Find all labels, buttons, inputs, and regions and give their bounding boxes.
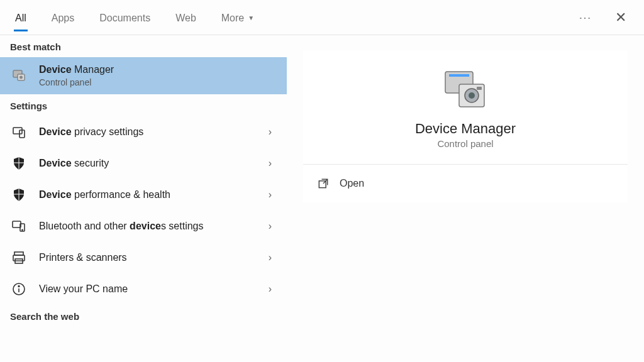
- tab-more[interactable]: More ▼: [220, 4, 255, 31]
- setting-label: View your PC name: [39, 283, 257, 296]
- chevron-right-icon: ›: [269, 221, 277, 232]
- title-rest: Manager: [72, 64, 114, 75]
- title-bold: Device: [39, 64, 72, 75]
- open-icon: [317, 177, 330, 190]
- detail-pane: Device Manager Control panel Open: [287, 35, 644, 362]
- detail-title: Device Manager: [415, 121, 516, 137]
- result-text: Device Manager Control panel: [39, 63, 277, 88]
- setting-label: Bluetooth and other devices settings: [39, 220, 257, 233]
- svg-point-7: [22, 229, 23, 230]
- setting-label: Device performance & health: [39, 189, 257, 202]
- printer-icon: [10, 249, 28, 266]
- chevron-right-icon: ›: [269, 158, 277, 169]
- result-title: Device Manager: [39, 63, 277, 77]
- chevron-right-icon: ›: [269, 252, 277, 263]
- body: Best match Device Manager Control panel …: [0, 35, 644, 362]
- setting-label: Device privacy settings: [39, 126, 257, 139]
- svg-point-13: [18, 286, 19, 287]
- setting-bluetooth-devices[interactable]: Bluetooth and other devices settings ›: [0, 211, 287, 242]
- chevron-right-icon: ›: [269, 189, 277, 200]
- svg-rect-19: [477, 87, 482, 90]
- action-open[interactable]: Open: [303, 165, 628, 202]
- svg-rect-5: [13, 221, 21, 228]
- close-icon[interactable]: ✕: [611, 9, 630, 26]
- detail-card: Device Manager Control panel Open: [303, 50, 628, 202]
- svg-rect-3: [13, 128, 22, 134]
- bold: Device: [39, 158, 72, 168]
- section-search-web: Search the web: [0, 305, 287, 327]
- section-settings: Settings: [0, 94, 287, 116]
- shield-icon: [10, 155, 28, 172]
- svg-rect-15: [449, 74, 469, 77]
- setting-printers-scanners[interactable]: Printers & scanners ›: [0, 242, 287, 273]
- rest: performance & health: [72, 189, 170, 200]
- device-manager-icon: [10, 67, 28, 84]
- tab-all[interactable]: All: [14, 4, 28, 31]
- detail-subtitle: Control panel: [437, 138, 493, 149]
- search-window: All Apps Documents Web More ▼ ⋯ ✕ Best m…: [0, 0, 644, 362]
- rest: security: [72, 158, 109, 168]
- chevron-down-icon: ▼: [248, 14, 254, 21]
- devices-icon: [10, 217, 28, 235]
- tabs-bar: All Apps Documents Web More ▼ ⋯ ✕: [0, 0, 644, 35]
- privacy-icon: [10, 123, 28, 141]
- post: s settings: [161, 221, 204, 231]
- setting-device-performance[interactable]: Device performance & health ›: [0, 179, 287, 211]
- svg-point-18: [469, 92, 475, 99]
- device-manager-large-icon: [440, 68, 491, 112]
- setting-device-security[interactable]: Device security ›: [0, 148, 287, 179]
- tabs-list: All Apps Documents Web More ▼: [14, 4, 574, 31]
- shield-icon: [10, 186, 28, 204]
- more-options-icon[interactable]: ⋯: [579, 10, 592, 25]
- setting-label: Device security: [39, 157, 257, 170]
- chevron-right-icon: ›: [269, 283, 277, 295]
- bold: device: [130, 221, 161, 231]
- results-pane: Best match Device Manager Control panel …: [0, 35, 287, 362]
- tab-more-label: More: [221, 13, 244, 24]
- detail-header: Device Manager Control panel: [303, 50, 628, 165]
- bold: Device: [39, 126, 72, 137]
- action-open-label: Open: [340, 178, 364, 189]
- tab-apps[interactable]: Apps: [50, 4, 75, 31]
- section-best-match: Best match: [0, 35, 287, 57]
- info-icon: [10, 280, 28, 298]
- bold: Device: [39, 189, 72, 200]
- rest: privacy settings: [72, 126, 144, 137]
- svg-point-2: [19, 76, 23, 79]
- header-actions: ⋯ ✕: [579, 9, 630, 26]
- setting-label: Printers & scanners: [39, 251, 257, 265]
- pre: Bluetooth and other: [39, 221, 130, 231]
- tab-web[interactable]: Web: [174, 4, 197, 31]
- setting-device-privacy[interactable]: Device privacy settings ›: [0, 116, 287, 148]
- chevron-right-icon: ›: [269, 126, 277, 138]
- result-device-manager[interactable]: Device Manager Control panel: [0, 57, 287, 94]
- setting-view-pc-name[interactable]: View your PC name ›: [0, 273, 287, 305]
- tab-documents[interactable]: Documents: [98, 4, 152, 31]
- result-subtitle: Control panel: [39, 77, 277, 88]
